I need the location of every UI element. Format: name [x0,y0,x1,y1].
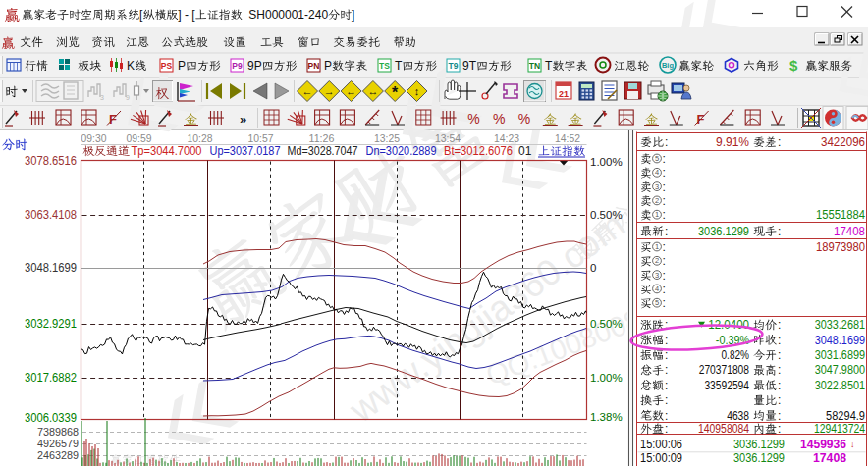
svg-text::: : [778,135,781,149]
svg-text:3017.6882: 3017.6882 [25,371,77,385]
svg-text:3078.6516: 3078.6516 [25,154,77,168]
svg-text:15:00:09: 15:00:09 [640,451,682,465]
svg-text::: : [663,254,666,268]
svg-text:3: 3 [655,271,659,280]
svg-text:%: % [467,111,479,127]
svg-text:3048.1699: 3048.1699 [815,334,866,347]
svg-text:18973980: 18973980 [816,240,865,254]
svg-text:1.00%: 1.00% [590,156,623,168]
svg-text:17408: 17408 [834,225,865,238]
svg-text:3022.8501: 3022.8501 [815,379,866,392]
svg-text::: : [665,379,668,392]
svg-text:2463289: 2463289 [37,449,79,461]
svg-text:3033.2681: 3033.2681 [815,318,866,332]
svg-text:↔: ↔ [346,85,356,97]
svg-text:SH000001-240: SH000001-240 [248,8,328,22]
svg-text:0.50%: 0.50% [590,318,623,330]
svg-text:3036.1299: 3036.1299 [733,451,785,465]
svg-text::: : [778,363,781,377]
svg-text:↔: ↔ [367,85,378,97]
svg-text:0: 0 [590,262,596,274]
svg-text:3047.9800: 3047.9800 [815,363,866,377]
svg-text:5: 5 [655,154,659,163]
svg-text::: : [665,334,668,347]
svg-text:T9: T9 [449,61,459,71]
svg-text::: : [665,409,668,423]
svg-text:15551884: 15551884 [816,208,865,222]
svg-text::: : [778,348,781,362]
svg-text:09:59: 09:59 [127,132,152,144]
svg-text::: : [663,194,666,208]
svg-text:→: → [324,85,335,97]
svg-text::: : [665,393,668,407]
svg-text:9T: 9T [462,59,477,73]
svg-text:13:25: 13:25 [374,132,400,144]
svg-text:K: K [127,59,135,73]
svg-text::: : [663,208,666,222]
svg-text:] - [: ] - [ [178,8,195,22]
svg-text:←: ← [302,85,313,97]
svg-text:10:57: 10:57 [248,132,274,144]
svg-text::: : [778,334,781,347]
svg-text:TN: TN [529,61,540,71]
svg-text:3031.6899: 3031.6899 [815,348,866,362]
svg-text:1.38%: 1.38% [590,411,623,423]
svg-text:21: 21 [559,89,569,99]
svg-text:Md=3028.7047: Md=3028.7047 [288,144,358,158]
svg-text:T: T [545,59,553,73]
svg-text:3036.1299: 3036.1299 [698,225,749,238]
svg-text:3032.9291: 3032.9291 [25,317,77,331]
svg-text:↓: ↓ [850,440,855,449]
svg-text:3422096: 3422096 [821,135,865,149]
svg-text::: : [778,379,781,392]
svg-text:3063.4108: 3063.4108 [25,208,77,222]
svg-text:1459936: 1459936 [800,438,846,451]
svg-text:3048.1699: 3048.1699 [25,261,77,275]
svg-text:3: 3 [655,182,659,191]
svg-text:Tp=3044.7000: Tp=3044.7000 [132,144,202,158]
svg-text::: : [663,296,666,310]
svg-text:P: P [178,59,186,73]
svg-text::: : [778,409,781,423]
svg-text::: : [665,225,668,238]
svg-text::: : [663,283,666,296]
svg-text:$: $ [789,57,798,74]
svg-text::: : [778,422,781,436]
svg-text:P9: P9 [232,61,243,71]
svg-text::: : [778,225,781,238]
svg-text:TS: TS [379,61,390,71]
svg-text:9P: 9P [247,59,262,73]
svg-text::: : [663,269,666,283]
svg-text:0.50%: 0.50% [590,209,623,221]
svg-text:11:26: 11:26 [309,132,335,144]
svg-text:3: 3 [100,94,104,101]
svg-text:*: * [392,84,399,101]
svg-text:Dn=3020.2889: Dn=3020.2889 [366,144,437,158]
svg-text:140958084: 140958084 [698,422,749,436]
svg-text:13:54: 13:54 [435,132,461,144]
svg-text:Up=3037.0187: Up=3037.0187 [210,144,281,158]
svg-text:PN: PN [308,61,320,71]
svg-text:T: T [395,59,403,73]
svg-text:4: 4 [655,168,659,177]
svg-text:PS: PS [161,61,173,71]
svg-text:9.91%: 9.91% [716,135,749,149]
svg-text:09:30: 09:30 [81,132,107,144]
svg-text:2: 2 [655,196,659,205]
svg-text::: : [665,422,668,436]
svg-text:%: % [518,111,530,127]
svg-text:1: 1 [655,210,659,219]
svg-text:4926579: 4926579 [37,438,79,449]
svg-text:5: 5 [655,298,659,307]
svg-text:4638: 4638 [727,409,749,423]
svg-text::: : [663,240,666,254]
svg-text:Big: Big [662,61,675,70]
svg-text::: : [665,363,668,377]
svg-text::: : [778,318,781,332]
svg-text:»: » [240,112,246,127]
svg-text:2: 2 [655,256,659,265]
svg-text:01: 01 [518,144,532,158]
svg-text:7389868: 7389868 [37,426,79,438]
svg-text:129413724: 129413724 [814,422,865,436]
svg-text:33592594: 33592594 [704,379,749,392]
